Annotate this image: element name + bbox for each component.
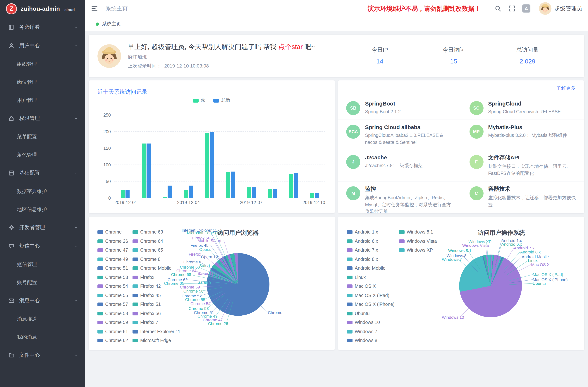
user-avatar[interactable]: [539, 2, 551, 15]
legend-item[interactable]: Windows 10: [347, 318, 394, 327]
legend-item[interactable]: Chrome 51: [97, 264, 128, 273]
legend-swatch: [347, 285, 353, 288]
legend-item[interactable]: Chrome 8: [132, 255, 181, 264]
legend-item[interactable]: Linux: [347, 273, 394, 282]
sidebar-subitem-user-center-3[interactable]: 用户管理: [0, 91, 85, 109]
legend-swatch: [132, 248, 138, 252]
sidebar-subitem-user-center-1[interactable]: 组织管理: [0, 55, 85, 73]
legend-item[interactable]: Chrome 57: [97, 300, 128, 309]
legend-item[interactable]: Android 7.x: [347, 246, 394, 255]
legend-item[interactable]: Chrome 64: [132, 237, 181, 246]
sidebar-subitem-user-center-2[interactable]: 岗位管理: [0, 73, 85, 91]
star-link[interactable]: 点个star: [278, 43, 303, 51]
legend-item[interactable]: 总数: [213, 97, 231, 104]
legend-item[interactable]: Chrome 53: [97, 273, 128, 282]
legend-label: 总数: [221, 97, 231, 104]
legend-item[interactable]: Chrome 61: [97, 327, 128, 336]
legend-item[interactable]: Firefox 7: [132, 318, 181, 327]
legend-item[interactable]: Windows XP: [399, 246, 437, 255]
sidebar-subitem-permission-2[interactable]: 角色管理: [0, 146, 85, 164]
tech-texts: 容器技术虚拟化容器技术，让迁移、部署更加方便快捷: [488, 185, 578, 208]
sidebar-subitem-message-center-2[interactable]: 我的消息: [0, 328, 85, 346]
pie-label: Chrome 58: [184, 289, 204, 293]
sidebar-subitem-sms-center-2[interactable]: 账号配置: [0, 273, 85, 291]
legend-item[interactable]: Chrome: [97, 228, 128, 237]
menu-toggle-icon[interactable]: [91, 5, 98, 12]
username[interactable]: 超级管理员: [554, 5, 582, 12]
legend-item[interactable]: Android 6.x: [347, 237, 394, 246]
tab-home[interactable]: 系统主页: [89, 17, 128, 31]
sidebar-item-developer[interactable]: 开发者管理: [0, 218, 85, 237]
legend-item[interactable]: Firefox 56: [132, 309, 181, 318]
legend-item[interactable]: Chrome 54: [97, 282, 128, 291]
learn-more-link[interactable]: 了解更多: [556, 85, 575, 91]
legend-item[interactable]: Mac OS X (iPhone): [347, 300, 394, 309]
sidebar-item-user-center[interactable]: 用户中心: [0, 37, 85, 55]
x-axis-label: [137, 200, 157, 205]
chevron-down-icon: [74, 25, 78, 30]
os-pie-zone: 访问用户操作系统Windows XPWindows VistaWindows 8…: [428, 220, 584, 346]
legend-item[interactable]: Firefox 51: [132, 300, 181, 309]
sidebar-subitem-message-center-1[interactable]: 消息推送: [0, 310, 85, 328]
sidebar-item-permission[interactable]: 权限管理: [0, 109, 85, 128]
legend-swatch: [347, 303, 353, 306]
legend-item[interactable]: Chrome 63: [132, 228, 181, 237]
sidebar-subitem-base-config-1[interactable]: 数据字典维护: [0, 182, 85, 200]
legend-item[interactable]: Chrome 47: [97, 246, 128, 255]
bar-group: [205, 132, 214, 198]
app-root: Z zuihou-admin cloud 务必详看用户中心组织管理岗位管理用户管…: [0, 0, 588, 387]
sidebar-item-label: 消息中心: [19, 297, 74, 304]
stat-value: 2,029: [491, 58, 564, 65]
legend-item[interactable]: Mac OS X: [347, 282, 394, 291]
legend-item[interactable]: Chrome 49: [97, 255, 128, 264]
sidebar-item-file-center[interactable]: 文件中心: [0, 346, 85, 365]
legend-item[interactable]: Windows Vista: [399, 237, 437, 246]
pie-label: Firefox: [189, 252, 201, 257]
sidebar-subitem-permission-1[interactable]: 菜单配置: [0, 128, 85, 146]
sidebar-item-message-center[interactable]: 消息中心: [0, 291, 85, 310]
bar: [163, 197, 167, 198]
sidebar-item-must-read[interactable]: 务必详看: [0, 18, 85, 37]
legend-label: Chrome 51: [105, 266, 128, 271]
legend-item[interactable]: Chrome 55: [97, 291, 128, 300]
sidebar-subitem-sms-center-1[interactable]: 短信管理: [0, 255, 85, 273]
legend-item[interactable]: Chrome 26: [97, 237, 128, 246]
bar-group: [247, 187, 256, 198]
legend-item[interactable]: Android 1.x: [347, 228, 394, 237]
legend-item[interactable]: Chrome 65: [132, 246, 181, 255]
legend-label: Firefox: [140, 275, 154, 280]
legend-item[interactable]: Windows 8: [347, 336, 394, 345]
legend-item[interactable]: Chrome 59: [97, 318, 128, 327]
bar: [273, 189, 277, 198]
legend-item[interactable]: Internet Explorer 11: [132, 327, 181, 336]
legend-item[interactable]: Firefox: [132, 273, 181, 282]
font-size-icon[interactable]: A: [522, 4, 530, 13]
fullscreen-icon[interactable]: [508, 5, 516, 12]
sidebar-item-base-config[interactable]: 基础配置: [0, 164, 85, 182]
legend-item[interactable]: Windows 8.1: [399, 228, 437, 237]
legend-item[interactable]: Android 8.x: [347, 255, 394, 264]
bar-group: [268, 189, 277, 198]
app-logo[interactable]: Z zuihou-admin cloud: [0, 0, 85, 18]
tech-title: 监控: [365, 185, 454, 193]
legend-item[interactable]: Android Mobile: [347, 264, 394, 273]
legend-label: Firefox 42: [140, 284, 161, 289]
legend-item[interactable]: Chrome 58: [97, 309, 128, 318]
legend-item[interactable]: Chrome Mobile: [132, 264, 181, 273]
search-icon[interactable]: [494, 5, 502, 12]
legend-item[interactable]: Windows 7: [347, 327, 394, 336]
legend-item[interactable]: 您: [193, 97, 205, 104]
tech-title: 文件存储API: [488, 154, 578, 162]
browser-chart-card: ChromeChrome 26Chrome 47Chrome 49Chrome …: [89, 217, 335, 350]
legend-item[interactable]: Ubuntu: [347, 309, 394, 318]
sidebar-item-sms-center[interactable]: 短信中心: [0, 237, 85, 255]
legend-item[interactable]: Chrome 62: [97, 336, 128, 345]
legend-item[interactable]: Mac OS X (iPad): [347, 291, 394, 300]
sidebar-subitem-base-config-2[interactable]: 地区信息维护: [0, 200, 85, 218]
legend-item[interactable]: Microsoft Edge: [132, 336, 181, 345]
sidebar: Z zuihou-admin cloud 务必详看用户中心组织管理岗位管理用户管…: [0, 0, 85, 387]
legend-item[interactable]: Firefox 45: [132, 291, 181, 300]
legend-item[interactable]: Firefox 42: [132, 282, 181, 291]
pie-label: Windows 10: [442, 315, 464, 320]
bar: [226, 172, 230, 198]
